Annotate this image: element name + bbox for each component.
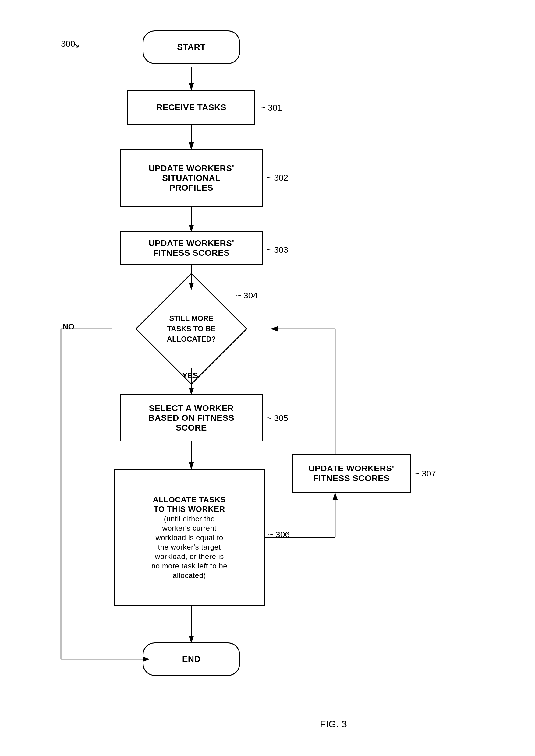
start-node: START [143,30,240,64]
ref-301: ~ 301 [261,103,282,113]
update-fitness-307-node: UPDATE WORKERS' FITNESS SCORES [292,454,411,493]
no-label: NO [63,322,74,332]
arrows-svg [0,0,535,756]
ref-300-arrow: ↘ [73,41,79,50]
ref-307: ~ 307 [414,469,436,479]
select-worker-node: SELECT A WORKER BASED ON FITNESS SCORE [120,394,263,442]
ref-304: ~ 304 [236,291,258,301]
update-fitness-303-node: UPDATE WORKERS' FITNESS SCORES [120,231,263,265]
ref-305: ~ 305 [267,414,288,423]
yes-label: YES [182,371,198,380]
ref-306: ~ 306 [268,530,290,540]
update-situational-node: UPDATE WORKERS' SITUATIONAL PROFILES [120,149,263,207]
end-node: END [143,642,240,676]
flowchart-diagram: 300 ↘ START RECEIVE TASKS ~ 301 UPDATE W… [0,0,535,756]
receive-tasks-node: RECEIVE TASKS [127,90,255,125]
figure-label: FIG. 3 [320,718,347,730]
ref-303: ~ 303 [267,245,288,255]
ref-302: ~ 302 [267,173,288,183]
decision-node: STILL MORE TASKS TO BE ALLOCATED? [152,289,231,368]
allocate-tasks-node: ALLOCATE TASKS TO THIS WORKER (until eit… [114,469,265,606]
